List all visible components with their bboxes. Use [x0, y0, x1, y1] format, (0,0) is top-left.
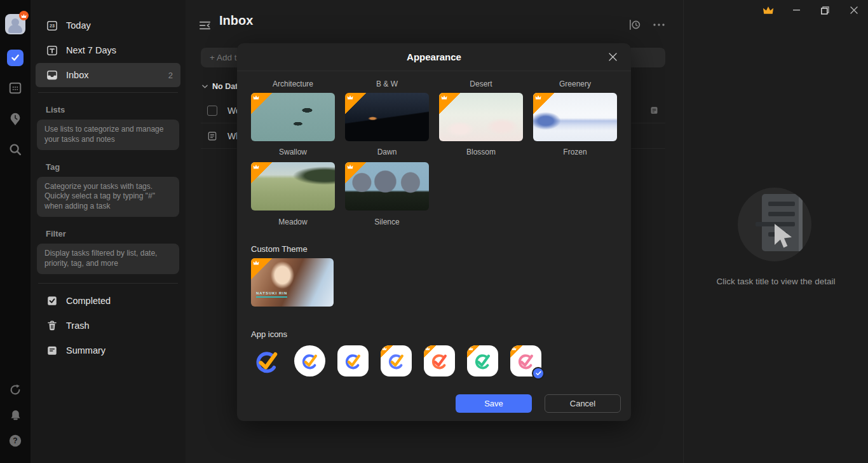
collapse-sidebar-icon — [199, 20, 211, 31]
restore-button[interactable] — [811, 0, 839, 20]
save-button[interactable]: Save — [456, 394, 532, 413]
svg-text:23: 23 — [50, 24, 55, 29]
theme-thumb-dawn[interactable] — [345, 93, 429, 141]
dialog-header: Appearance — [237, 43, 631, 71]
premium-corner-badge — [251, 162, 273, 184]
app-icon-option-5[interactable] — [424, 345, 455, 377]
app-icon-option-6[interactable] — [467, 345, 498, 377]
check-logo-icon — [343, 351, 363, 371]
more-options-icon — [653, 23, 665, 27]
restore-icon — [821, 6, 829, 15]
inbox-count-badge: 2 — [168, 71, 173, 80]
section-header-tag: Tag — [46, 162, 177, 172]
sidebar-item-label: Today — [66, 20, 91, 31]
svg-text:?: ? — [13, 436, 17, 445]
rail-tasks-button[interactable] — [0, 50, 31, 66]
premium-corner-badge — [381, 345, 393, 358]
crown-icon — [21, 13, 27, 18]
sidebar-item-trash[interactable]: Trash — [36, 314, 180, 338]
page-title: Inbox — [219, 13, 253, 28]
next7days-calendar-icon — [46, 45, 58, 56]
crown-icon — [253, 95, 259, 100]
custom-theme-heading: Custom Theme — [251, 244, 617, 254]
avatar[interactable] — [5, 14, 25, 34]
check-logo-icon — [253, 347, 281, 375]
sidebar: 23 Today Next 7 Days Inbox 2 Lists Use l… — [31, 0, 186, 463]
premium-crown-button[interactable] — [754, 0, 782, 20]
cancel-button[interactable]: Cancel — [545, 394, 621, 413]
left-rail: ? — [0, 0, 31, 463]
sync-icon — [8, 383, 22, 397]
theme-thumb-silence[interactable] — [345, 162, 429, 211]
crown-icon — [535, 95, 541, 100]
more-options-button[interactable] — [653, 23, 665, 27]
premium-corner-badge — [251, 258, 273, 280]
section-header-filter: Filter — [46, 229, 177, 238]
rail-notifications-button[interactable] — [0, 408, 31, 422]
premium-corner-badge — [345, 162, 367, 184]
minimize-icon — [793, 10, 800, 11]
task-checkbox[interactable] — [207, 106, 217, 116]
app-icon-option-2[interactable] — [294, 345, 325, 377]
dialog-close-button[interactable] — [603, 47, 622, 66]
rail-help-button[interactable]: ? — [0, 434, 31, 448]
theme-name: Swallow — [251, 148, 335, 156]
check-icon — [536, 371, 541, 376]
lists-hint-card: Use lists to categorize and manage your … — [37, 120, 179, 150]
empty-state-illustration — [738, 188, 811, 261]
theme-name: Meadow — [251, 218, 335, 226]
inbox-icon — [46, 69, 58, 81]
app-logo-check-icon — [7, 50, 24, 66]
crown-icon — [468, 347, 473, 350]
crown-icon — [382, 347, 387, 350]
app-icon-option-3[interactable] — [337, 345, 369, 377]
sort-by-time-button[interactable] — [628, 19, 641, 31]
theme-thumb-swallow[interactable] — [251, 93, 335, 141]
divider — [38, 92, 178, 93]
titlebar-controls — [754, 0, 868, 20]
premium-corner-badge — [533, 93, 555, 114]
theme-thumb-blossom[interactable] — [439, 93, 523, 141]
search-icon — [8, 142, 22, 156]
theme-name: Dawn — [345, 148, 429, 156]
sidebar-item-label: Next 7 Days — [66, 45, 116, 55]
premium-corner-badge — [251, 93, 273, 114]
empty-state-text: Click task title to view the detail — [684, 277, 868, 286]
sidebar-item-inbox[interactable]: Inbox 2 — [36, 63, 180, 87]
sidebar-item-today[interactable]: 23 Today — [36, 13, 180, 38]
app-icon-option-4[interactable] — [381, 345, 412, 377]
theme-name: Blossom — [439, 148, 523, 156]
sidebar-item-label: Inbox — [66, 70, 160, 80]
divider — [38, 283, 178, 284]
theme-thumb-meadow[interactable] — [251, 162, 335, 211]
custom-theme-thumb[interactable]: NATSUKI RIN — [251, 258, 334, 307]
theme-name: B & W — [345, 79, 429, 88]
collapse-sidebar-button[interactable] — [199, 20, 211, 31]
avatar-premium-badge — [19, 11, 29, 20]
sidebar-item-summary[interactable]: Summary — [36, 338, 180, 363]
app-icon-option-1[interactable] — [251, 345, 282, 377]
summary-doc-icon — [46, 345, 58, 356]
minimize-button[interactable] — [782, 0, 811, 20]
rail-focus-button[interactable] — [0, 111, 31, 127]
rail-search-button[interactable] — [0, 142, 31, 156]
app-icon-option-7[interactable] — [510, 345, 541, 377]
premium-corner-badge — [424, 345, 437, 358]
filter-hint-card: Display tasks filtered by list, date, pr… — [37, 244, 179, 274]
sidebar-item-completed[interactable]: Completed — [36, 289, 180, 313]
group-header-no-date[interactable]: No Date — [202, 82, 242, 91]
rail-calendar-button[interactable] — [0, 81, 31, 95]
rail-sync-button[interactable] — [0, 383, 31, 397]
close-button[interactable] — [839, 0, 868, 20]
calendar-icon — [8, 81, 22, 95]
crown-icon — [347, 95, 353, 100]
focus-clock-icon — [8, 111, 22, 127]
theme-name: Desert — [439, 79, 523, 88]
close-icon — [850, 6, 858, 14]
custom-theme-caption: NATSUKI RIN — [256, 291, 287, 298]
sidebar-item-next7days[interactable]: Next 7 Days — [36, 38, 180, 62]
premium-corner-badge — [439, 93, 461, 114]
trash-icon — [46, 320, 58, 331]
chevron-down-icon — [202, 85, 208, 88]
theme-thumb-frozen[interactable] — [533, 93, 617, 141]
